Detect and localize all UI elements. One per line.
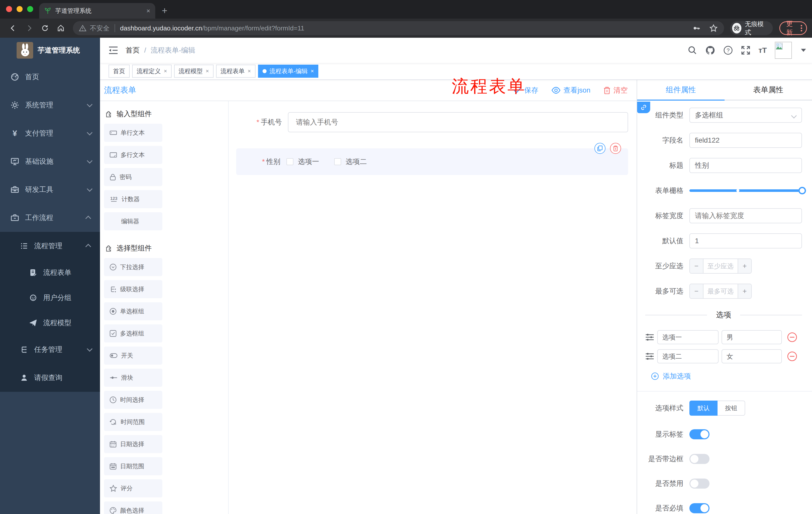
grid-slider[interactable]: [689, 183, 802, 198]
clear-button[interactable]: 清空: [604, 85, 628, 95]
chrome-menu-icon[interactable]: [801, 25, 802, 31]
option-label-input[interactable]: [657, 330, 719, 344]
sidebar-logo[interactable]: 芋道管理系统: [0, 38, 100, 63]
bookmark-star-icon[interactable]: [709, 24, 718, 33]
canvas-field-gender-selected[interactable]: *性别 选项一 选项二: [236, 148, 628, 175]
new-tab-button[interactable]: +: [162, 4, 167, 17]
back-icon[interactable]: [9, 24, 17, 33]
tag-process-form[interactable]: 流程表单×: [216, 64, 256, 78]
disabled-switch[interactable]: [689, 479, 709, 489]
palette-item-single-line-text[interactable]: 单行文本: [104, 124, 162, 142]
sidebar-item-system[interactable]: 系统管理: [0, 91, 100, 119]
option-value-input[interactable]: [722, 349, 782, 363]
palette-item-radio-group[interactable]: 单选框组: [104, 302, 162, 320]
show-label-switch[interactable]: [689, 429, 709, 439]
stepper-increase-button[interactable]: +: [737, 259, 751, 273]
close-window-button[interactable]: [6, 6, 12, 12]
sidebar-item-process-form[interactable]: 流程表单: [0, 260, 100, 285]
style-default-button[interactable]: 默认: [689, 401, 718, 416]
palette-item-date-range[interactable]: 日期范围: [104, 457, 162, 475]
font-size-icon[interactable]: тT: [758, 46, 767, 55]
remove-option-button[interactable]: [787, 352, 797, 361]
home-icon[interactable]: [57, 24, 65, 33]
drag-handle-icon[interactable]: [645, 353, 654, 360]
slider-track[interactable]: [689, 189, 802, 192]
stepper-decrease-button[interactable]: −: [690, 284, 703, 298]
drag-handle-icon[interactable]: [645, 333, 654, 341]
gender-checkbox-option2[interactable]: 选项二: [334, 157, 367, 166]
palette-item-cascader[interactable]: 级联选择: [104, 280, 162, 298]
title-input[interactable]: [689, 158, 802, 173]
maximize-window-button[interactable]: [27, 6, 33, 12]
option-value-input[interactable]: [722, 330, 782, 344]
avatar-caret-icon[interactable]: [801, 49, 806, 52]
slider-handle[interactable]: [799, 187, 806, 194]
breadcrumb-home[interactable]: 首页: [126, 46, 140, 55]
reload-icon[interactable]: [41, 24, 49, 32]
sidebar-item-user-group[interactable]: 用户分组: [0, 285, 100, 310]
sidebar-item-process-management[interactable]: 流程管理: [0, 232, 100, 260]
palette-item-switch[interactable]: 开关: [104, 347, 162, 364]
palette-item-time-picker[interactable]: 时间选择: [104, 391, 162, 409]
fullscreen-icon[interactable]: [741, 46, 750, 55]
stepper-decrease-button[interactable]: −: [690, 259, 703, 273]
remove-option-button[interactable]: [787, 332, 797, 342]
sidebar-item-devtools[interactable]: 研发工具: [0, 175, 100, 204]
minimize-window-button[interactable]: [17, 6, 23, 12]
phone-input[interactable]: [288, 112, 628, 132]
sidebar-item-home[interactable]: 首页: [0, 63, 100, 91]
sidebar-item-leave-query[interactable]: 请假查询: [0, 363, 100, 392]
forward-icon[interactable]: [25, 24, 33, 33]
canvas-field-phone[interactable]: *手机号: [236, 112, 628, 132]
macos-traffic-lights[interactable]: [6, 6, 33, 12]
max-select-value[interactable]: 最多可选: [703, 284, 737, 298]
default-value-input[interactable]: [689, 233, 802, 248]
tag-process-form-edit[interactable]: 流程表单-编辑×: [258, 64, 319, 78]
tag-process-model[interactable]: 流程模型×: [174, 64, 213, 78]
collapse-sidebar-icon[interactable]: [109, 46, 118, 55]
required-switch[interactable]: [689, 503, 709, 513]
stepper-increase-button[interactable]: +: [737, 284, 751, 298]
palette-item-slider[interactable]: 滑块: [104, 369, 162, 387]
search-icon[interactable]: [688, 46, 697, 55]
palette-item-dropdown[interactable]: 下拉选择: [104, 258, 162, 276]
palette-item-counter[interactable]: 123 计数器: [104, 190, 162, 208]
close-tag-icon[interactable]: ×: [164, 68, 167, 75]
close-tab-icon[interactable]: ×: [146, 7, 150, 15]
delete-field-button[interactable]: [610, 143, 621, 154]
copy-field-button[interactable]: [594, 143, 606, 154]
tag-process-definition[interactable]: 流程定义×: [132, 64, 172, 78]
chrome-update-button[interactable]: 更新: [779, 21, 807, 35]
browser-tab[interactable]: 芋道管理系统 ×: [39, 3, 155, 19]
palette-item-password[interactable]: 密码: [104, 168, 162, 186]
close-tag-icon[interactable]: ×: [248, 68, 251, 75]
option-label-input[interactable]: [657, 349, 719, 363]
field-name-input[interactable]: [689, 133, 802, 148]
avatar[interactable]: [775, 42, 792, 59]
min-select-value[interactable]: 至少应选: [703, 259, 737, 273]
border-switch[interactable]: [689, 454, 709, 464]
component-type-select[interactable]: 多选框组: [689, 108, 802, 123]
gender-checkbox-option1[interactable]: 选项一: [286, 157, 319, 166]
sidebar-item-workflow[interactable]: 工作流程: [0, 204, 100, 232]
palette-item-color-picker[interactable]: 颜色选择: [104, 502, 162, 514]
palette-item-multi-line-text[interactable]: 多行文本: [104, 146, 162, 164]
tab-component-props[interactable]: 组件属性: [637, 80, 725, 100]
palette-item-time-range[interactable]: 时间范围: [104, 413, 162, 431]
tab-form-props[interactable]: 表单属性: [725, 80, 812, 100]
sidebar-item-process-model[interactable]: 流程模型: [0, 310, 100, 335]
github-icon[interactable]: [705, 45, 715, 55]
help-icon[interactable]: ?: [723, 46, 733, 55]
palette-item-editor[interactable]: 编辑器: [104, 212, 162, 231]
address-bar[interactable]: 不安全 dashboard.yudao.iocoder.cn/bpm/manag…: [73, 21, 724, 35]
palette-item-rate[interactable]: 评分: [104, 479, 162, 497]
style-button-button[interactable]: 按钮: [718, 401, 745, 416]
sidebar-item-infra[interactable]: 基础设施: [0, 147, 100, 175]
palette-item-checkbox-group[interactable]: 多选框组: [104, 324, 162, 343]
palette-item-date-picker[interactable]: 日期选择: [104, 435, 162, 453]
close-tag-icon[interactable]: ×: [311, 68, 314, 75]
password-key-icon[interactable]: [692, 24, 701, 33]
label-width-input[interactable]: [689, 208, 802, 223]
sidebar-item-task-management[interactable]: 任务管理: [0, 335, 100, 363]
tag-home[interactable]: 首页: [109, 64, 129, 78]
